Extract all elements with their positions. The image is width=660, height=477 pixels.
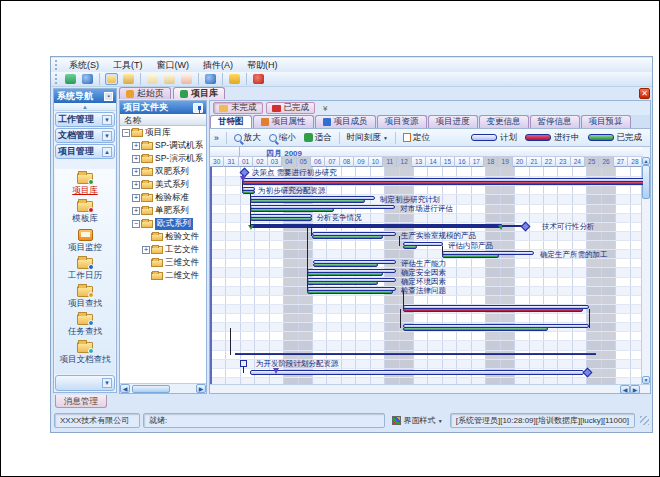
scroll-thumb[interactable] [642,165,650,199]
pin-icon[interactable] [193,103,203,113]
menu-item[interactable]: 帮助(H) [240,59,285,71]
menu-item[interactable]: 插件(A) [196,59,240,71]
gantt-plan-bar[interactable] [250,370,585,376]
nav-collapse-strip[interactable]: ▲ [54,103,116,111]
open-folder-icon[interactable] [105,73,118,85]
scroll-right-icon[interactable]: ▶ [630,385,640,394]
interface-style-button[interactable]: 界面样式 ▼ [388,413,447,428]
message-management-tab[interactable]: 消息管理 [55,395,107,408]
nav-section-1[interactable]: 工作管理▼ [55,112,115,127]
menu-item[interactable]: 系统(S) [62,59,106,71]
expand-icon[interactable]: + [132,155,140,163]
resize-grip[interactable] [640,416,649,425]
tree-row[interactable]: 检验文件 [120,230,206,243]
lock-icon[interactable] [228,73,241,85]
tree-row[interactable]: −欧式系列 [120,217,206,230]
tree-horizontal-scrollbar[interactable]: ◀ ▶ [120,383,206,393]
nav-item-模板库[interactable]: 模板库 [55,201,115,225]
gantt-horizontal-scrollbar[interactable]: ◀ ▶ [210,384,650,393]
gantt-bar[interactable] [307,287,396,295]
tree-row[interactable]: +工艺文件 [120,243,206,256]
filter-未完成[interactable]: 未完成 [213,102,263,114]
tree-row[interactable]: 三维文件 [120,256,206,269]
mail-new-icon[interactable] [146,73,159,85]
panel-options-icon[interactable]: ▪ [104,92,113,101]
nav-item-项目文档查找[interactable]: 项目文档查找 [55,342,115,366]
gantt-bar[interactable] [442,251,534,259]
gantt-vertical-scrollbar[interactable]: ▲ ▼ [641,157,650,384]
globe-icon[interactable] [81,73,94,85]
gantt-tab-暂停信息[interactable]: 暂停信息 [530,115,580,128]
gantt-tab-项目资源[interactable]: 项目资源 [377,115,427,128]
expand-icon[interactable]: + [132,207,140,215]
menu-item[interactable]: 工具(T) [106,59,150,71]
gantt-tab-项目进度[interactable]: 项目进度 [428,115,478,128]
scroll-right-icon[interactable]: ▶ [196,384,206,393]
task-node-icon[interactable] [240,360,247,367]
scroll-thumb[interactable] [132,385,170,393]
nav-item-项目查找[interactable]: 项目查找 [55,286,115,310]
filter-extra[interactable]: ¥ [323,104,327,113]
gantt-tab-项目属性[interactable]: 项目属性 [253,115,314,128]
zoom-out-button[interactable]: 缩小 [265,131,300,145]
gantt-tab-变更信息[interactable]: 变更信息 [479,115,529,128]
expand-icon[interactable]: + [142,246,150,254]
gantt-tab-项目预算[interactable]: 项目预算 [581,115,631,128]
gantt-bar[interactable] [307,269,396,277]
gantt-bar[interactable] [403,305,588,313]
time-scale-dropdown[interactable]: 时间刻度 ▼ [343,131,392,145]
fit-button[interactable]: 适合 [300,131,336,145]
gantt-bar[interactable] [312,232,396,240]
gantt-bar[interactable] [403,324,588,332]
tree-row[interactable]: +检验标准 [120,191,206,204]
gantt-bar[interactable] [313,260,396,268]
zoom-in-button[interactable]: 放大 [230,131,265,145]
folder-import-icon[interactable] [122,73,135,85]
gantt-bar[interactable] [242,187,255,195]
logout-icon[interactable] [252,73,265,85]
scroll-left-icon[interactable]: ◀ [120,384,130,393]
summary-bar[interactable] [250,224,503,228]
gantt-grid[interactable]: 决策点 需要进行初步研究为初步研究分配资源制定初步研究计划对市场进行评估分析竞争… [210,167,643,386]
close-tab-icon[interactable]: ✕ [639,88,650,99]
mail-open-icon[interactable] [163,73,176,85]
filter-已完成[interactable]: 已完成 [266,102,316,114]
tree-row[interactable]: +双肥系列 [120,165,206,178]
gantt-bar[interactable] [250,205,396,213]
nav-collapsed-section[interactable]: ▼ [55,375,115,391]
collapse-icon[interactable]: − [132,220,140,228]
nav-item-工作日历[interactable]: 工作日历 [55,258,115,282]
locate-button[interactable]: 定位 [399,131,434,145]
expand-icon[interactable]: + [132,194,140,202]
chevron-down-icon[interactable]: ▼ [102,378,112,388]
system-icon[interactable] [64,73,77,85]
help-globe-icon[interactable] [204,73,217,85]
tree-row[interactable]: +SP-演示机系 [120,152,206,165]
mail-delete-icon[interactable] [180,73,193,85]
nav-item-项目库[interactable]: 项目库 [55,173,115,197]
scroll-left-icon[interactable]: ◀ [620,385,630,394]
tree-row[interactable]: +美式系列 [120,178,206,191]
tree-row[interactable]: +SP-调试机系 [120,139,206,152]
chevron-up-icon[interactable]: ▲ [102,147,112,157]
tree-row[interactable]: +单肥系列 [120,204,206,217]
expand-icon[interactable]: + [132,142,140,150]
doc-tab-起始页[interactable]: 起始页 [119,87,171,99]
tree-column-header[interactable]: 名称 [120,114,206,126]
gantt-tab-项目成员[interactable]: 项目成员 [315,115,376,128]
toolbar-overflow-button[interactable]: » [210,131,223,145]
doc-tab-项目库[interactable]: 项目库 [173,87,225,99]
gantt-tab-甘特图[interactable]: 甘特图 [210,115,252,128]
expand-icon[interactable]: + [132,181,140,189]
collapse-icon[interactable]: − [122,129,130,137]
nav-item-任务查找[interactable]: 任务查找 [55,314,115,338]
scroll-down-icon[interactable]: ▼ [642,376,650,384]
gantt-bar[interactable] [242,178,643,186]
tree-row[interactable]: −项目库 [120,126,206,139]
gantt-bar[interactable] [250,214,312,222]
expand-icon[interactable]: + [132,168,140,176]
chevron-down-icon[interactable]: ▼ [102,131,112,141]
gantt-bar[interactable] [403,242,443,250]
gantt-bar[interactable] [250,196,376,204]
nav-section-2[interactable]: 文档管理▼ [55,128,115,143]
